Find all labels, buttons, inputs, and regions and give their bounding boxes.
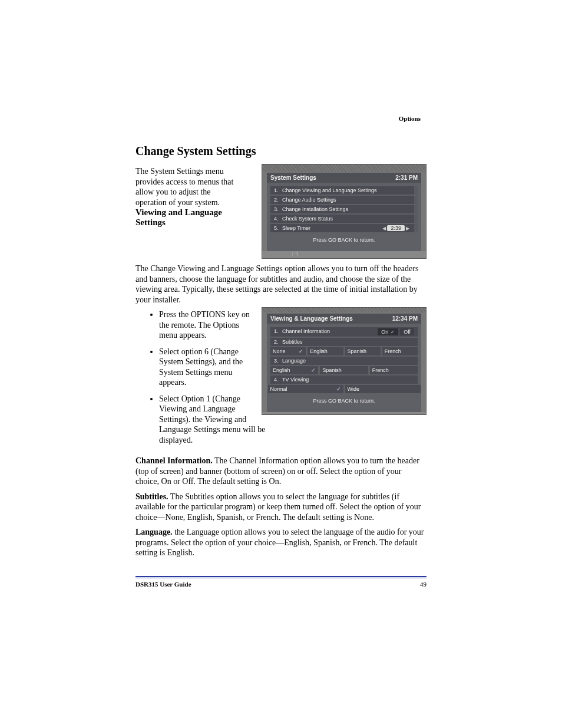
arrow-left-icon[interactable]: ◀ bbox=[381, 226, 387, 231]
menu-item[interactable]: 2.Change Audio Settings bbox=[270, 196, 418, 204]
ss2-time: 12:34 PM bbox=[392, 315, 418, 322]
row-subtitles-options: None English Spanish French bbox=[270, 347, 418, 355]
row-language-label: 3. Language bbox=[270, 357, 418, 365]
option-french[interactable]: French bbox=[382, 347, 418, 355]
option-on[interactable]: On bbox=[378, 328, 398, 335]
ss1-title: System Settings bbox=[270, 174, 316, 181]
ss2-footer-hint: Press GO BACK to return. bbox=[267, 394, 421, 410]
option-off[interactable]: Off bbox=[400, 328, 414, 335]
menu-item[interactable]: 3.Change Installation Settings bbox=[270, 205, 418, 213]
para-subtitles: Subtitles. The Subtitles option allows y… bbox=[135, 492, 427, 523]
ss1-footer-hint: Press GO BACK to return. bbox=[267, 233, 421, 249]
page-title: Change System Settings bbox=[135, 144, 427, 158]
option-spanish[interactable]: Spanish bbox=[345, 347, 381, 355]
row-tv-viewing-label: 4. TV Viewing bbox=[270, 375, 418, 384]
option-lang-english[interactable]: English bbox=[270, 366, 318, 374]
menu-item[interactable]: 1.Change Viewing and Language Settings bbox=[270, 186, 418, 195]
row-language-options: English Spanish French bbox=[270, 366, 418, 374]
page-footer: DSR315 User Guide 49 bbox=[135, 579, 427, 588]
section-label: Options bbox=[399, 115, 421, 122]
sleep-timer-value: 2:39 bbox=[387, 225, 405, 231]
page-number: 49 bbox=[420, 581, 427, 588]
doc-title: DSR315 User Guide bbox=[135, 581, 191, 588]
arrow-right-icon[interactable]: ▶ bbox=[405, 226, 411, 231]
system-settings-screenshot: System Settings 2:31 PM 1.Change Viewing… bbox=[262, 164, 427, 259]
sub-heading: Viewing and Language Settings bbox=[135, 207, 234, 228]
para-language: Language. the Language option allows you… bbox=[135, 527, 427, 558]
intro-paragraph: The System Settings menu provides access… bbox=[135, 164, 234, 207]
menu-item-sleep-timer[interactable]: 5. Sleep Timer ◀ 2:39 ▶ bbox=[270, 224, 418, 232]
para-channel-information: Channel Information. The Channel Informa… bbox=[135, 456, 427, 487]
option-wide[interactable]: Wide bbox=[345, 385, 421, 393]
row-subtitles-label: 2. Subtitles bbox=[270, 338, 418, 346]
viewing-paragraph: The Change Viewing and Language Settings… bbox=[135, 263, 427, 305]
viewing-language-screenshot: Viewing & Language Settings 12:34 PM 1. … bbox=[262, 307, 427, 415]
ss1-time: 2:31 PM bbox=[395, 174, 418, 181]
row-tv-viewing-options: Normal Wide bbox=[270, 385, 418, 393]
option-normal[interactable]: Normal bbox=[268, 385, 343, 393]
row-channel-information: 1. Channel Information On Off bbox=[270, 327, 418, 337]
option-lang-french[interactable]: French bbox=[370, 366, 418, 374]
menu-item[interactable]: 4.Check System Status bbox=[270, 215, 418, 223]
option-none[interactable]: None bbox=[270, 347, 306, 355]
option-lang-spanish[interactable]: Spanish bbox=[320, 366, 368, 374]
ss2-title: Viewing & Language Settings bbox=[270, 315, 353, 322]
option-english[interactable]: English bbox=[308, 347, 343, 355]
